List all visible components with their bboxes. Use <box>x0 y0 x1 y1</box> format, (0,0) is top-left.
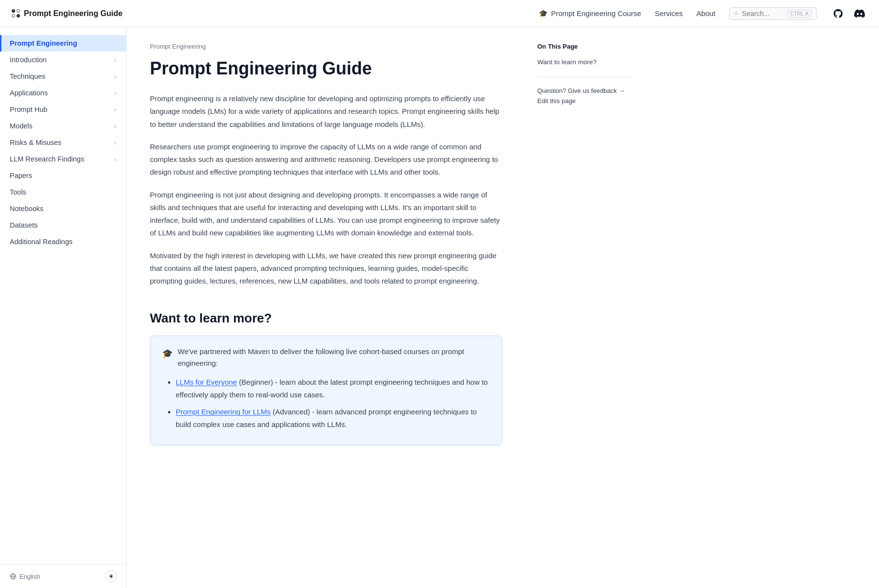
nav-about-link[interactable]: About <box>696 9 715 18</box>
callout-intro: We've partnered with Maven to deliver th… <box>178 346 490 369</box>
sidebar-item-notebooks[interactable]: Notebooks <box>0 200 126 217</box>
sidebar-item-additional-readings[interactable]: Additional Readings <box>0 233 126 250</box>
main-content: Prompt Engineering Prompt Engineering Gu… <box>127 27 526 588</box>
github-icon[interactable] <box>830 6 846 21</box>
logo[interactable]: Prompt Engineering Guide <box>12 9 123 18</box>
nav-icons <box>830 6 867 21</box>
toc-link-0[interactable]: Want to learn more? <box>537 57 633 67</box>
search-box[interactable]: CTRL K <box>729 7 817 20</box>
sidebar-item-models[interactable]: Models› <box>0 118 126 134</box>
sidebar: Prompt EngineeringIntroduction›Technique… <box>0 27 127 588</box>
nav-course-link[interactable]: 🎓 Prompt Engineering Course <box>539 9 641 18</box>
sidebar-item-risks-misuses[interactable]: Risks & Misuses› <box>0 134 126 151</box>
nav-services-link[interactable]: Services <box>655 9 683 18</box>
course-label: Prompt Engineering Course <box>551 9 641 18</box>
sidebar-item-datasets[interactable]: Datasets <box>0 217 126 233</box>
content-body: Prompt engineering is a relatively new d… <box>150 92 502 287</box>
search-kbd: CTRL K <box>787 10 811 18</box>
sidebar-item-label: Tools <box>10 188 26 196</box>
sidebar-item-label: Applications <box>10 89 48 97</box>
search-icon <box>734 10 738 17</box>
sidebar-item-label: Risks & Misuses <box>10 139 61 146</box>
callout-header: 🎓 We've partnered with Maven to deliver … <box>162 346 490 369</box>
toc-feedback: Question? Give us feedback → Edit this p… <box>537 87 633 105</box>
sidebar-item-label: Datasets <box>10 221 37 229</box>
toc-divider <box>537 77 633 77</box>
chevron-right-icon: › <box>114 106 116 113</box>
sidebar-item-techniques[interactable]: Techniques› <box>0 68 126 85</box>
chevron-right-icon: › <box>114 73 116 80</box>
sidebar-item-papers[interactable]: Papers <box>0 167 126 184</box>
sidebar-item-label: Introduction <box>10 56 47 64</box>
sidebar-item-introduction[interactable]: Introduction› <box>0 52 126 68</box>
sidebar-footer: English ☀ <box>0 564 127 588</box>
sidebar-item-applications[interactable]: Applications› <box>0 85 126 101</box>
sidebar-item-label: Notebooks <box>10 205 43 213</box>
sidebar-item-label: Additional Readings <box>10 238 73 246</box>
chevron-right-icon: › <box>114 156 116 163</box>
sidebar-item-label: Prompt Engineering <box>10 39 77 47</box>
sidebar-item-label: LLM Research Findings <box>10 155 84 163</box>
content-paragraph-3: Motivated by the high interest in develo… <box>150 249 502 288</box>
page-title: Prompt Engineering Guide <box>150 58 502 79</box>
course-icon: 🎓 <box>539 9 548 18</box>
logo-text: Prompt Engineering Guide <box>24 9 123 18</box>
content-paragraph-2: Prompt engineering is not just about des… <box>150 189 502 240</box>
language-label: English <box>19 573 40 580</box>
sidebar-item-prompt-engineering[interactable]: Prompt Engineering <box>0 35 126 52</box>
content-paragraph-0: Prompt engineering is a relatively new d… <box>150 92 502 131</box>
edit-page-link[interactable]: Edit this page <box>537 97 633 105</box>
callout-box: 🎓 We've partnered with Maven to deliver … <box>150 336 502 445</box>
sidebar-item-prompt-hub[interactable]: Prompt Hub› <box>0 101 126 118</box>
section-heading: Want to learn more? <box>150 311 502 326</box>
toc-panel: On This Page Want to learn more? Questio… <box>526 27 642 588</box>
sidebar-item-label: Models <box>10 122 33 130</box>
callout-list: LLMs for Everyone (Beginner) - learn abo… <box>162 376 490 430</box>
chevron-right-icon: › <box>114 56 116 64</box>
globe-icon <box>10 573 17 580</box>
sidebar-item-label: Techniques <box>10 72 45 80</box>
feedback-link[interactable]: Question? Give us feedback → <box>537 87 625 94</box>
search-input[interactable] <box>742 10 784 18</box>
nav-center: 🎓 Prompt Engineering Course Services Abo… <box>138 6 867 21</box>
sidebar-item-label: Papers <box>10 172 32 179</box>
svg-line-1 <box>737 14 738 15</box>
callout-icon: 🎓 <box>162 347 173 361</box>
sidebar-item-tools[interactable]: Tools <box>0 184 126 200</box>
layout: Prompt EngineeringIntroduction›Technique… <box>0 27 879 588</box>
content-paragraph-1: Researchers use prompt engineering to im… <box>150 141 502 179</box>
language-selector[interactable]: English <box>10 573 40 580</box>
chevron-right-icon: › <box>114 89 116 97</box>
toc-title: On This Page <box>537 43 633 50</box>
chevron-right-icon: › <box>114 139 116 146</box>
breadcrumb: Prompt Engineering <box>150 43 502 50</box>
callout-list-item-1: Prompt Engineering for LLMs (Advanced) -… <box>176 406 490 430</box>
chevron-right-icon: › <box>114 123 116 130</box>
callout-list-item-0: LLMs for Everyone (Beginner) - learn abo… <box>176 376 490 401</box>
sidebar-item-label: Prompt Hub <box>10 106 47 113</box>
callout-link-1[interactable]: Prompt Engineering for LLMs <box>176 408 271 416</box>
sidebar-item-llm-research[interactable]: LLM Research Findings› <box>0 151 126 167</box>
discord-icon[interactable] <box>852 6 867 21</box>
top-nav: Prompt Engineering Guide 🎓 Prompt Engine… <box>0 0 879 27</box>
logo-icon <box>12 9 20 18</box>
callout-link-0[interactable]: LLMs for Everyone <box>176 378 237 386</box>
theme-toggle[interactable]: ☀ <box>105 570 117 582</box>
